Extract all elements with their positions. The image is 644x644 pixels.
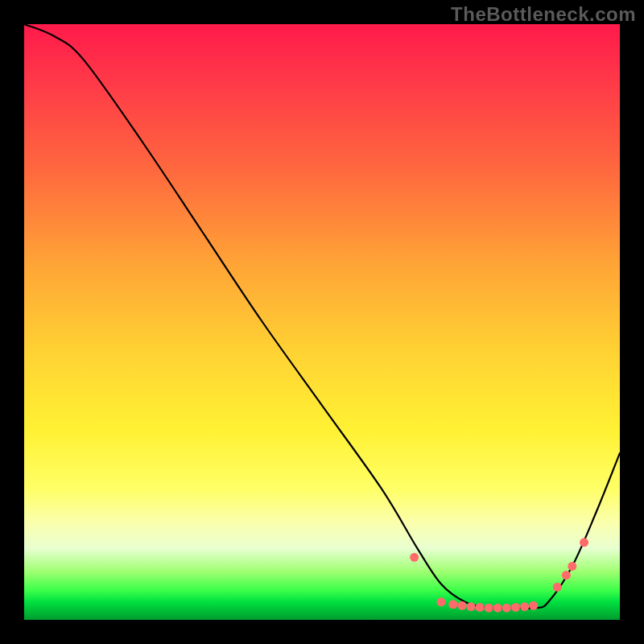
chart-overlay	[24, 24, 620, 620]
watermark-text: TheBottleneck.com	[451, 3, 636, 26]
main-curve	[24, 24, 620, 609]
marker-dot	[457, 601, 466, 610]
marker-dot	[485, 604, 493, 613]
marker-dot	[476, 603, 485, 612]
marker-dot	[467, 602, 476, 611]
marker-dot	[511, 603, 520, 612]
plot-area	[24, 24, 620, 620]
marker-dot	[520, 602, 529, 611]
marker-dot	[502, 604, 511, 613]
marker-dot	[568, 562, 576, 571]
marker-dot	[580, 538, 588, 547]
marker-dot	[437, 597, 446, 606]
marker-dots	[410, 538, 588, 612]
marker-dot	[553, 583, 562, 592]
marker-dot	[529, 601, 538, 610]
marker-dot	[410, 553, 419, 562]
marker-dot	[562, 571, 571, 580]
marker-dot	[493, 604, 502, 613]
chart-frame: TheBottleneck.com	[0, 0, 644, 644]
marker-dot	[448, 600, 457, 609]
